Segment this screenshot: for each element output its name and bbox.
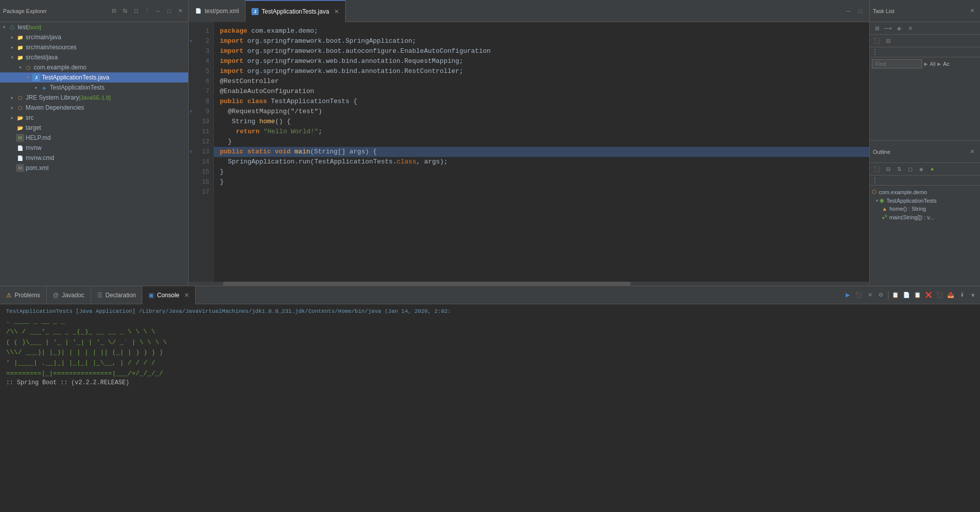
outline-item-package[interactable]: ⬡ com.example.demo xyxy=(870,188,980,196)
java-tab-icon: J xyxy=(252,8,259,15)
jre-badge: [JavaSE-1.8] xyxy=(79,95,111,101)
outline-close-button[interactable]: ✕ xyxy=(967,147,977,157)
tab-label: Declaration xyxy=(106,292,136,299)
close-button[interactable]: ✕ xyxy=(175,6,185,16)
task-list-header: Task List ✕ xyxy=(870,0,980,22)
expand-arrow[interactable]: ▸ xyxy=(8,105,16,110)
link-editor-button[interactable]: ⇆ xyxy=(120,6,130,16)
editor-maximize[interactable]: □ xyxy=(855,6,865,16)
package-icon: ⬡ xyxy=(872,189,877,195)
scrollbar-thumb[interactable] xyxy=(223,282,631,286)
console-btn-8[interactable]: ❌ xyxy=(924,290,934,300)
tab-javadoc[interactable]: @ Javadoc xyxy=(47,286,91,304)
code-line-16: } xyxy=(214,177,869,187)
outline-btn-6[interactable]: ● xyxy=(927,164,937,174)
tab-declaration[interactable]: ☰ Declaration xyxy=(91,286,143,304)
expand-arrow[interactable]: ▸ xyxy=(8,95,16,100)
tree-item-pom-xml[interactable]: M pom.xml xyxy=(0,163,188,173)
expand-arrow[interactable]: ▾ xyxy=(16,65,24,70)
task-close-button[interactable]: ✕ xyxy=(967,6,977,16)
tree-item-com-example-demo[interactable]: ▾ ⬡ com.example.demo xyxy=(0,62,188,72)
expand-arrow[interactable]: ▾ xyxy=(0,25,8,30)
task-btn-1[interactable]: ⬛ xyxy=(872,36,882,46)
expand-arrow[interactable]: ▸ xyxy=(8,115,16,120)
task-forward[interactable]: ⟶ xyxy=(883,23,893,33)
tab-test-application-tests[interactable]: J TestApplicationTests.java ✕ xyxy=(246,0,346,22)
expand-arrow[interactable]: ▾ xyxy=(24,75,32,80)
tab-pom-xml[interactable]: 📄 test/pom.xml xyxy=(189,0,246,22)
console-btn-6[interactable]: 📄 xyxy=(902,290,912,300)
console-btn-4[interactable]: ⚙ xyxy=(876,290,886,300)
tree-label: JRE System Library xyxy=(26,94,79,101)
console-output: TestApplicationTests [Java Application] … xyxy=(0,304,980,512)
console-btn-7[interactable]: 📋 xyxy=(913,290,923,300)
console-btn-10[interactable]: 📤 xyxy=(946,290,956,300)
find-all-button[interactable]: All xyxy=(930,61,935,67)
line-num-10: 10 xyxy=(189,117,213,127)
close-console-tab-icon[interactable]: ✕ xyxy=(184,292,189,299)
line-num-17: 17 xyxy=(189,187,213,197)
outline-btn-3[interactable]: ⇅ xyxy=(894,164,904,174)
tree-item-src-main-resources[interactable]: ▸ 📁 src/main/resources xyxy=(0,42,188,52)
tree-item-jre[interactable]: ▸ ⬡ JRE System Library [JavaSE-1.8] xyxy=(0,93,188,103)
library-icon: ⬡ xyxy=(16,94,24,102)
console-dropdown[interactable]: ▼ xyxy=(968,290,978,300)
tree-item-test[interactable]: ▾ ⬡ test [boot] xyxy=(0,22,188,32)
outline-btn-4[interactable]: ◻ xyxy=(905,164,915,174)
task-overflow-icon: ⋮ xyxy=(872,48,878,56)
md-icon: M xyxy=(16,134,24,142)
new-button[interactable]: ◻ xyxy=(131,6,141,16)
folder-icon: 📂 xyxy=(16,114,24,122)
tree-item-test-application-tests-java[interactable]: ▾ J TestApplicationTests.java xyxy=(0,72,188,82)
outline-btn-1[interactable]: ⬛ xyxy=(872,164,882,174)
outline-toolbar: ⬛ ⊟ ⇅ ◻ ◈ ● xyxy=(870,163,980,176)
code-editor[interactable]: 1 ⊖2 3 4 5 6 7 8 ⊖9 10 11 12 ⊖13 14 15 1… xyxy=(189,22,869,282)
task-overflow: ⋮ xyxy=(870,47,980,57)
console-btn-11[interactable]: ⬇ xyxy=(957,290,967,300)
editor-horizontal-scrollbar[interactable] xyxy=(189,282,869,286)
tree-item-src-test-java[interactable]: ▾ 📁 src/test/java xyxy=(0,52,188,62)
tree-item-mvnw-cmd[interactable]: 📄 mvnw.cmd xyxy=(0,153,188,163)
view-menu-button[interactable]: ⋮ xyxy=(142,6,152,16)
package-icon: ⬡ xyxy=(24,63,32,71)
outline-item-class[interactable]: ▾ ◉ TestApplicationTests xyxy=(870,196,980,205)
outline-item-main[interactable]: ●S main(String[]) : v... xyxy=(870,213,980,221)
console-run-button[interactable]: ▶ xyxy=(843,290,853,300)
collapse-all-button[interactable]: ⊟ xyxy=(109,6,119,16)
console-btn-9[interactable]: ⬛ xyxy=(935,290,945,300)
outline-btn-2[interactable]: ⊟ xyxy=(883,164,893,174)
expand-arrow[interactable]: ▾ xyxy=(8,55,16,60)
expand-arrow[interactable]: ▸ xyxy=(32,85,40,90)
tab-console[interactable]: ▣ Console ✕ xyxy=(142,286,196,304)
expand-arrow[interactable]: ▾ xyxy=(876,198,878,203)
close-tab-icon[interactable]: ✕ xyxy=(334,8,339,15)
code-line-8: public class TestApplicationTests { xyxy=(214,97,869,107)
tree-item-test-application-tests-class[interactable]: ▸ ◈ TestApplicationTests xyxy=(0,82,188,93)
code-content[interactable]: package com.example.demo; import org.spr… xyxy=(214,22,869,282)
outline-title: Outline xyxy=(873,149,965,155)
tree-item-target[interactable]: ▸ 📂 target xyxy=(0,123,188,133)
tree-item-help-md[interactable]: M HELP.md xyxy=(0,133,188,143)
tree-item-mvnw[interactable]: 📄 mvnw xyxy=(0,143,188,153)
tree-item-maven-deps[interactable]: ▸ ⬡ Maven Dependencies xyxy=(0,103,188,113)
task-delete[interactable]: ✕ xyxy=(905,23,915,33)
console-stop-button[interactable]: ⬛ xyxy=(854,290,864,300)
expand-arrow[interactable]: ▸ xyxy=(8,45,16,50)
task-copy[interactable]: ◈ xyxy=(894,23,904,33)
ascii-line-6: =========|_|===============|___/=/_/_/_/ xyxy=(6,369,974,379)
console-disconnect-button[interactable]: ✕ xyxy=(865,290,875,300)
minimize-button[interactable]: ─ xyxy=(153,6,163,16)
outline-btn-5[interactable]: ◈ xyxy=(916,164,926,174)
tree-item-src[interactable]: ▸ 📂 src xyxy=(0,113,188,123)
task-btn-2[interactable]: ⊟ xyxy=(883,36,893,46)
editor-minimize[interactable]: ─ xyxy=(843,6,853,16)
find-input[interactable] xyxy=(872,59,922,68)
maximize-button[interactable]: □ xyxy=(164,6,174,16)
line-num-12: 12 xyxy=(189,137,213,147)
tab-problems[interactable]: ⚠ Problems xyxy=(0,286,47,304)
console-btn-5[interactable]: 📋 xyxy=(890,290,901,300)
expand-arrow[interactable]: ▸ xyxy=(8,35,16,40)
task-new[interactable]: ⊞ xyxy=(872,23,882,33)
tree-item-src-main-java[interactable]: ▸ 📁 src/main/java xyxy=(0,32,188,42)
outline-item-home[interactable]: ▲ home() : String xyxy=(870,205,980,213)
